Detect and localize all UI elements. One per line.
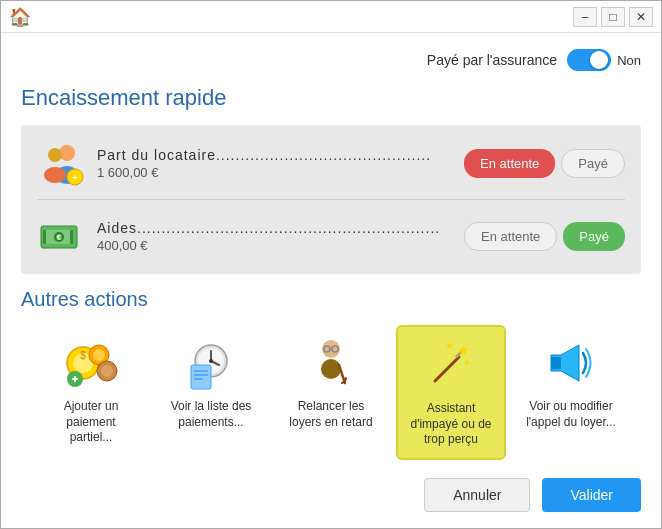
- action-paiement-partiel[interactable]: $ Ajouter un paiement partiel...: [36, 325, 146, 460]
- assistant-impaye-icon: ★ ★ ★: [423, 337, 479, 393]
- toggle-container: Non: [567, 49, 641, 71]
- svg-rect-28: [191, 365, 211, 389]
- svg-text:★: ★: [445, 340, 454, 351]
- payment-row-aides: € Aides.................................…: [37, 212, 625, 260]
- aides-label: Aides...................................…: [97, 220, 452, 236]
- svg-rect-11: [43, 230, 46, 244]
- close-button[interactable]: ✕: [629, 7, 653, 27]
- actions-grid: $ Ajouter un paiement partiel...: [21, 325, 641, 460]
- locataire-info: Part du locataire.......................…: [97, 147, 452, 180]
- action-modifier-appel[interactable]: Voir ou modifier l'appel du loyer...: [516, 325, 626, 460]
- svg-text:$: $: [80, 350, 86, 361]
- locataire-label: Part du locataire.......................…: [97, 147, 452, 163]
- modifier-appel-label: Voir ou modifier l'appel du loyer...: [524, 399, 618, 430]
- svg-point-19: [101, 365, 113, 377]
- svg-point-2: [48, 148, 62, 162]
- locataire-amount: 1 600,00 €: [97, 165, 452, 180]
- modifier-appel-icon: [543, 335, 599, 391]
- aides-info: Aides...................................…: [97, 220, 452, 253]
- title-bar-left: 🏠: [9, 6, 31, 28]
- svg-point-36: [321, 359, 341, 379]
- assistant-impaye-label: Assistant d'impayé ou de trop perçu: [406, 401, 496, 448]
- app-icon: 🏠: [9, 6, 31, 28]
- payment-panel: + Part du locataire.....................…: [21, 125, 641, 274]
- content-area: Payé par l'assurance Non Encaissement ra…: [1, 33, 661, 468]
- title-bar: 🏠 – □ ✕: [1, 1, 661, 33]
- aides-icon: €: [37, 212, 85, 260]
- svg-line-38: [435, 357, 459, 381]
- aides-paye-button[interactable]: Payé: [563, 222, 625, 251]
- svg-text:★: ★: [463, 358, 470, 367]
- liste-paiements-icon: [183, 335, 239, 391]
- paiement-partiel-label: Ajouter un paiement partiel...: [44, 399, 138, 446]
- relancer-loyers-label: Relancer les loyers en retard: [284, 399, 378, 430]
- section-title: Encaissement rapide: [21, 85, 641, 111]
- maximize-button[interactable]: □: [601, 7, 625, 27]
- aides-attente-button[interactable]: En attente: [464, 222, 557, 251]
- annuler-button[interactable]: Annuler: [424, 478, 530, 512]
- top-bar: Payé par l'assurance Non: [21, 49, 641, 71]
- aides-amount: 400,00 €: [97, 238, 452, 253]
- svg-text:+: +: [72, 173, 77, 183]
- svg-point-3: [44, 167, 66, 183]
- valider-button[interactable]: Valider: [542, 478, 641, 512]
- svg-rect-44: [551, 357, 561, 369]
- minimize-button[interactable]: –: [573, 7, 597, 27]
- paiement-partiel-icon: $: [63, 335, 119, 391]
- window-controls: – □ ✕: [573, 7, 653, 27]
- row-divider: [37, 199, 625, 200]
- locataire-attente-button[interactable]: En attente: [464, 149, 555, 178]
- locataire-paye-button[interactable]: Payé: [561, 149, 625, 178]
- relancer-loyers-icon: [303, 335, 359, 391]
- insurance-label: Payé par l'assurance: [427, 52, 557, 68]
- action-liste-paiements[interactable]: Voir la liste des paiements...: [156, 325, 266, 460]
- insurance-toggle[interactable]: [567, 49, 611, 71]
- svg-text:★: ★: [457, 342, 470, 358]
- payment-row-locataire: + Part du locataire.....................…: [37, 139, 625, 187]
- autres-title: Autres actions: [21, 288, 641, 311]
- svg-point-27: [209, 359, 213, 363]
- aides-actions: En attente Payé: [464, 222, 625, 251]
- svg-point-17: [93, 349, 105, 361]
- svg-rect-22: [74, 376, 76, 382]
- toggle-knob: [590, 51, 608, 69]
- main-window: 🏠 – □ ✕ Payé par l'assurance Non Encaiss…: [0, 0, 662, 529]
- locataire-actions: En attente Payé: [464, 149, 625, 178]
- action-assistant-impaye[interactable]: ★ ★ ★ Assistant d'impayé ou de trop perç…: [396, 325, 506, 460]
- liste-paiements-label: Voir la liste des paiements...: [164, 399, 258, 430]
- locataire-icon: +: [37, 139, 85, 187]
- svg-text:€: €: [57, 234, 61, 241]
- footer: Annuler Valider: [1, 468, 661, 528]
- svg-rect-12: [70, 230, 73, 244]
- toggle-state-label: Non: [617, 53, 641, 68]
- action-relancer-loyers[interactable]: Relancer les loyers en retard: [276, 325, 386, 460]
